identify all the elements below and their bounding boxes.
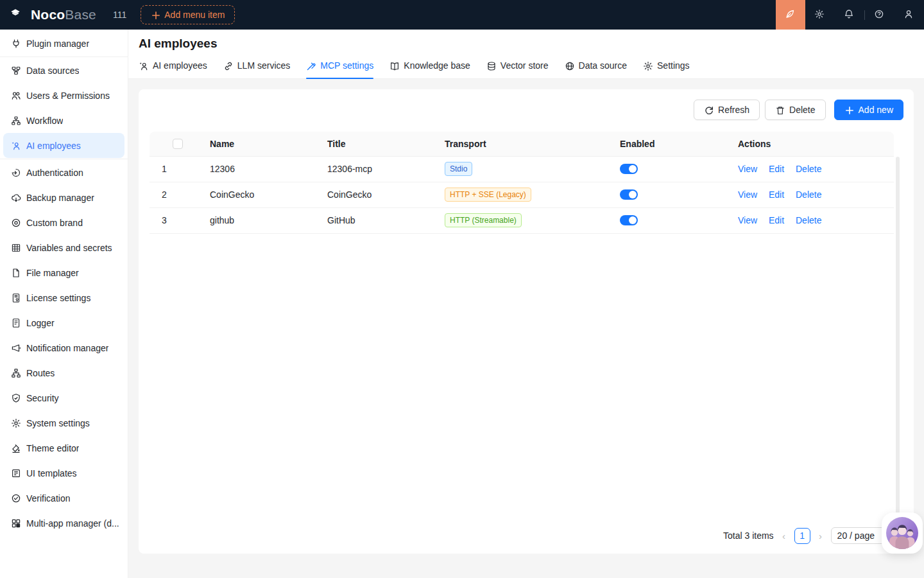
app-logo[interactable]: NocoBase	[0, 7, 105, 22]
sidebar-item-logger[interactable]: Logger	[3, 310, 124, 335]
database-icon	[486, 61, 496, 71]
cell-name: 12306	[210, 156, 327, 182]
add-menu-item-button[interactable]: Add menu item	[141, 5, 235, 24]
previous-page-button[interactable]: ‹	[780, 530, 788, 541]
mcp-plug-icon	[306, 61, 316, 71]
sidebar-item-routes[interactable]: Routes	[3, 360, 124, 385]
sidebar-item-ui-templates[interactable]: UI templates	[3, 460, 124, 486]
tab-ai-employees[interactable]: AI employees	[139, 54, 207, 78]
table-row[interactable]: 2 CoinGecko CoinGecko HTTP + SSE (Legacy…	[150, 182, 894, 207]
help-button[interactable]	[865, 0, 894, 30]
sidebar-item-custom-brand[interactable]: Custom brand	[3, 210, 124, 235]
table-row[interactable]: 1 12306 12306-mcp Stdio View Edit Delete	[150, 156, 894, 182]
tab-bar: AI employees LLM services MCP settings K…	[139, 54, 690, 78]
tab-data-source[interactable]: Data source	[565, 54, 627, 78]
row-index: 2	[150, 189, 167, 200]
tab-mcp-settings[interactable]: MCP settings	[306, 54, 373, 78]
page-number-1[interactable]: 1	[794, 528, 810, 544]
sidebar-item-security[interactable]: Security	[3, 385, 124, 410]
user-icon	[903, 9, 915, 21]
gear-icon	[643, 61, 653, 71]
mcp-servers-table: Name Title Transport Enabled Actions 1 1…	[150, 132, 894, 234]
column-header-title: Title	[327, 132, 445, 156]
enabled-toggle[interactable]	[620, 164, 638, 174]
backup-icon	[11, 193, 21, 203]
enabled-toggle[interactable]	[620, 215, 638, 225]
column-header-transport: Transport	[445, 132, 620, 156]
sidebar-item-data-sources[interactable]: Data sources	[3, 58, 124, 83]
sidebar-item-file-manager[interactable]: File manager	[3, 260, 124, 285]
table-scrollbar[interactable]	[896, 157, 900, 548]
delete-button[interactable]: Delete	[765, 100, 825, 120]
tab-llm-services[interactable]: LLM services	[223, 54, 290, 78]
row-action-edit[interactable]: Edit	[769, 189, 784, 200]
row-action-view[interactable]: View	[738, 164, 757, 174]
row-action-edit[interactable]: Edit	[769, 215, 784, 225]
page-head: AI employees AI employees LLM services M…	[128, 30, 924, 79]
row-action-delete[interactable]: Delete	[796, 189, 821, 200]
template-icon	[11, 468, 21, 478]
sidebar-item-variables-secrets[interactable]: Variables and secrets	[3, 235, 124, 260]
quill-icon	[785, 9, 796, 21]
paint-icon	[11, 443, 21, 453]
sidebar-item-multi-app-manager[interactable]: Multi-app manager (d...	[3, 511, 124, 536]
data-sources-icon	[11, 66, 21, 76]
page-size-select[interactable]: 20 / page	[831, 527, 889, 544]
sidebar-divider	[0, 159, 128, 159]
sidebar-item-system-settings[interactable]: System settings	[3, 410, 124, 435]
pagination: Total 3 items ‹ 1 › 20 / page	[723, 527, 889, 544]
sidebar-item-authentication[interactable]: Authentication	[3, 160, 124, 185]
sidebar-item-backup-manager[interactable]: Backup manager	[3, 185, 124, 210]
row-action-view[interactable]: View	[738, 189, 757, 200]
plus-icon	[151, 10, 160, 19]
help-icon	[874, 9, 886, 21]
sidebar-item-ai-employees[interactable]: AI employees	[3, 133, 124, 158]
tab-knowledge-base[interactable]: Knowledge base	[389, 54, 470, 78]
file-icon	[11, 268, 21, 278]
select-all-checkbox[interactable]	[173, 139, 183, 149]
sidebar-item-theme-editor[interactable]: Theme editor	[3, 435, 124, 460]
sidebar-item-notification-manager[interactable]: Notification manager	[3, 335, 124, 360]
tab-vector-store[interactable]: Vector store	[486, 54, 549, 78]
sidebar-item-license-settings[interactable]: License settings	[3, 285, 124, 310]
nocobase-logo-icon	[10, 7, 26, 22]
ai-employees-fab[interactable]	[882, 512, 923, 554]
row-action-edit[interactable]: Edit	[769, 164, 784, 174]
multi-app-icon	[11, 518, 21, 529]
trash-icon	[775, 105, 784, 114]
user-menu-button[interactable]	[894, 0, 924, 30]
cell-name: CoinGecko	[210, 182, 327, 207]
refresh-button[interactable]: Refresh	[694, 100, 760, 120]
settings-center-button[interactable]	[805, 0, 835, 30]
cell-name: github	[210, 207, 327, 233]
row-action-delete[interactable]: Delete	[796, 164, 821, 174]
table-row[interactable]: 3 github GitHub HTTP (Streamable) View E…	[150, 207, 894, 233]
notifications-button[interactable]	[835, 0, 864, 30]
column-header-enabled: Enabled	[620, 132, 738, 156]
cell-title: GitHub	[327, 207, 445, 233]
ai-employees-quick-button[interactable]	[776, 0, 805, 30]
row-action-delete[interactable]: Delete	[796, 215, 821, 225]
cell-title: CoinGecko	[327, 182, 445, 207]
app-header: NocoBase 111 Add menu item	[0, 0, 924, 30]
sidebar-item-workflow[interactable]: Workflow	[3, 108, 124, 133]
add-new-button[interactable]: Add new	[834, 100, 903, 120]
grid-icon	[11, 243, 21, 253]
app-logo-text: NocoBase	[31, 7, 96, 22]
enabled-toggle[interactable]	[620, 189, 638, 200]
row-action-view[interactable]: View	[738, 215, 757, 225]
plug-icon	[11, 39, 21, 49]
settings-sidebar: Plugin manager Data sources Users & Perm…	[0, 30, 128, 578]
transport-tag: HTTP (Streamable)	[445, 213, 522, 227]
page-title: AI employees	[139, 37, 218, 51]
header-menu-item-111[interactable]: 111	[105, 10, 134, 20]
sidebar-item-users-permissions[interactable]: Users & Permissions	[3, 83, 124, 108]
workflow-icon	[11, 116, 21, 126]
sidebar-item-verification[interactable]: Verification	[3, 486, 124, 511]
transport-tag: HTTP + SSE (Legacy)	[445, 188, 531, 202]
sidebar-item-plugin-manager[interactable]: Plugin manager	[3, 31, 124, 56]
tab-settings[interactable]: Settings	[643, 54, 690, 78]
megaphone-icon	[11, 343, 21, 353]
next-page-button[interactable]: ›	[817, 530, 825, 541]
refresh-icon	[704, 105, 713, 114]
